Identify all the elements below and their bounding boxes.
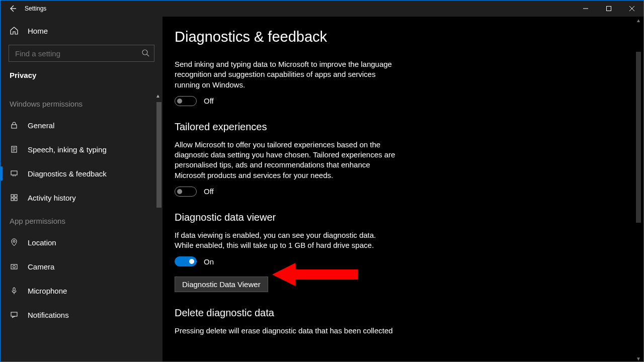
inking-toggle-label: Off: [204, 97, 214, 105]
titlebar: Settings: [1, 1, 643, 17]
history-icon: [10, 193, 19, 202]
notifications-icon: [10, 310, 19, 319]
viewer-toggle-label: On: [204, 257, 214, 266]
diagnostic-data-viewer-button[interactable]: Diagnostic Data Viewer: [175, 277, 268, 292]
sidebar-section-header: Privacy: [1, 62, 163, 83]
sidebar-item-label: Diagnostics & feedback: [28, 169, 107, 178]
viewer-toggle[interactable]: [175, 256, 197, 266]
viewer-description: If data viewing is enabled, you can see …: [175, 230, 396, 251]
sidebar-home-label: Home: [28, 27, 48, 35]
svg-rect-6: [15, 195, 17, 197]
main-content: Diagnostics & feedback Send inking and t…: [163, 17, 643, 362]
svg-rect-12: [13, 288, 15, 291]
sidebar-item-microphone[interactable]: Microphone: [1, 279, 163, 303]
svg-rect-13: [11, 312, 17, 316]
main-scrollbar[interactable]: ▲ ▼: [634, 17, 642, 362]
sidebar-item-label: Activity history: [28, 194, 76, 202]
back-button[interactable]: [1, 1, 25, 17]
sidebar-item-label: Microphone: [28, 287, 67, 295]
delete-description: Pressing delete will erase diagnostic da…: [175, 326, 396, 336]
svg-rect-8: [15, 198, 17, 201]
sidebar-item-label: General: [28, 121, 54, 130]
scroll-up-icon[interactable]: ▲: [636, 18, 641, 23]
maximize-button[interactable]: [597, 1, 620, 17]
sidebar-item-label: Speech, inking & typing: [28, 145, 107, 154]
sidebar: Home Privacy ▲ Windows permissions Gener…: [1, 17, 163, 362]
inking-description: Send inking and typing data to Microsoft…: [175, 59, 396, 90]
svg-rect-0: [607, 7, 611, 11]
sidebar-item-label: Notifications: [28, 311, 69, 319]
svg-rect-10: [11, 264, 17, 269]
scroll-down-icon[interactable]: ▼: [636, 356, 641, 361]
sidebar-item-activity[interactable]: Activity history: [1, 186, 163, 210]
search-input[interactable]: [9, 45, 154, 62]
svg-point-11: [13, 265, 16, 268]
tailored-heading: Tailored experiences: [175, 121, 643, 133]
sidebar-home[interactable]: Home: [1, 19, 163, 43]
sidebar-item-camera[interactable]: Camera: [1, 254, 163, 279]
main-scrollbar-thumb[interactable]: [636, 52, 641, 223]
close-button[interactable]: [620, 1, 643, 17]
camera-icon: [10, 262, 19, 271]
sidebar-group-windows-permissions: Windows permissions: [1, 93, 163, 113]
tailored-toggle-label: Off: [204, 187, 214, 196]
clipboard-icon: [10, 145, 19, 154]
sidebar-item-label: Location: [28, 238, 56, 247]
viewer-heading: Diagnostic data viewer: [175, 212, 643, 223]
scroll-up-chevron-icon[interactable]: ▲: [155, 93, 160, 99]
home-icon: [10, 26, 19, 35]
delete-heading: Delete diagnostic data: [175, 307, 643, 319]
svg-rect-5: [11, 195, 14, 197]
lock-icon: [10, 121, 19, 130]
sidebar-item-speech[interactable]: Speech, inking & typing: [1, 137, 163, 161]
sidebar-item-general[interactable]: General: [1, 113, 163, 137]
tailored-toggle[interactable]: [175, 187, 197, 197]
location-icon: [10, 238, 19, 247]
sidebar-item-notifications[interactable]: Notifications: [1, 303, 163, 327]
sidebar-item-location[interactable]: Location: [1, 230, 163, 254]
sidebar-group-app-permissions: App permissions: [1, 210, 163, 230]
svg-rect-7: [11, 198, 14, 201]
svg-point-9: [13, 240, 15, 242]
sidebar-item-label: Camera: [28, 262, 54, 271]
minimize-button[interactable]: [574, 1, 597, 17]
svg-rect-4: [11, 171, 17, 175]
svg-point-1: [142, 50, 147, 55]
sidebar-item-diagnostics[interactable]: Diagnostics & feedback: [1, 161, 163, 186]
microphone-icon: [10, 286, 19, 295]
feedback-icon: [10, 169, 19, 178]
svg-rect-2: [12, 125, 17, 128]
tailored-description: Allow Microsoft to offer you tailored ex…: [175, 140, 396, 180]
page-title: Diagnostics & feedback: [175, 29, 643, 45]
window-title: Settings: [25, 5, 46, 12]
inking-toggle[interactable]: [175, 96, 197, 106]
search-icon: [141, 49, 149, 57]
